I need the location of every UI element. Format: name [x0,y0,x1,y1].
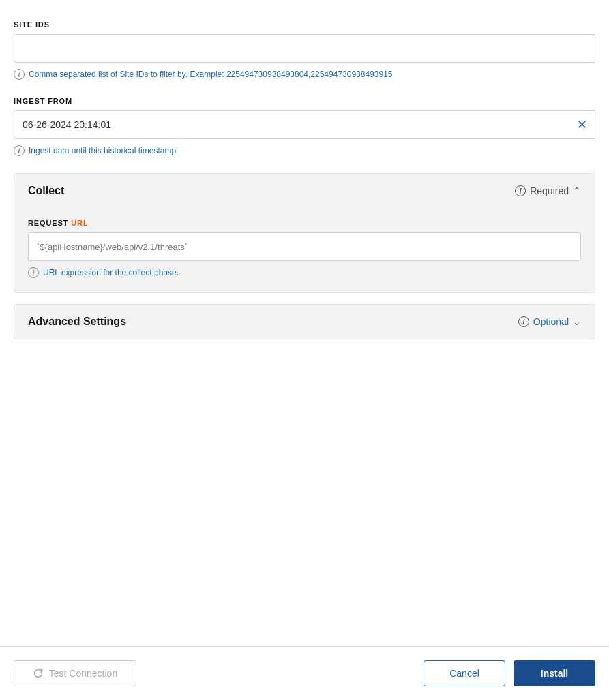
collect-header-right: i Required ⌃ [515,185,581,196]
advanced-settings-chevron-icon[interactable]: ⌄ [573,316,581,327]
ingest-from-section: INGEST FROM ✕ i Ingest data until this h… [14,97,595,157]
main-content: SITE IDS i Comma separated list of Site … [0,0,609,646]
test-connection-button[interactable]: Test Connection [14,660,136,686]
collect-title: Collect [28,185,64,197]
footer-right: Cancel Install [424,660,595,686]
site-ids-input[interactable] [14,34,595,63]
collect-section: Collect i Required ⌃ REQUEST URL i URL e… [14,173,595,293]
collect-section-body: REQUEST URL i URL expression for the col… [14,208,595,292]
install-button[interactable]: Install [514,660,595,686]
advanced-settings-header-right: i Optional ⌄ [518,316,581,327]
footer-left: Test Connection [14,660,136,686]
advanced-settings-optional-label: Optional [533,316,569,327]
advanced-settings-info-icon: i [518,316,529,327]
cancel-button[interactable]: Cancel [424,660,505,686]
request-url-label-part2: URL [71,219,88,227]
url-info-icon: i [28,267,39,278]
advanced-settings-title: Advanced Settings [28,316,126,328]
site-ids-info-icon: i [14,69,25,80]
test-connection-label: Test Connection [49,668,117,679]
site-ids-section: SITE IDS i Comma separated list of Site … [14,20,595,80]
clear-ingest-icon[interactable]: ✕ [577,119,587,131]
collect-section-header: Collect i Required ⌃ [14,174,595,208]
request-url-label-part1: REQUEST [28,219,71,227]
ingest-from-helper-text: Ingest data until this historical timest… [29,144,178,157]
page-container: SITE IDS i Comma separated list of Site … [0,0,609,700]
refresh-icon [33,668,44,679]
url-helper: i URL expression for the collect phase. [28,267,581,279]
advanced-settings-section: Advanced Settings i Optional ⌄ [14,304,595,339]
site-ids-label: SITE IDS [14,20,595,29]
ingest-from-helper: i Ingest data until this historical time… [14,144,595,157]
site-ids-helper: i Comma separated list of Site IDs to fi… [14,68,595,80]
collect-info-icon: i [515,185,526,196]
ingest-from-input[interactable] [14,110,595,139]
collect-required-label: Required [530,185,569,196]
ingest-from-input-wrapper: ✕ [14,110,595,139]
collect-chevron-icon[interactable]: ⌃ [573,185,581,196]
ingest-from-label: INGEST FROM [14,97,595,105]
footer: Test Connection Cancel Install [0,646,609,700]
advanced-settings-header[interactable]: Advanced Settings i Optional ⌄ [14,305,595,339]
request-url-input[interactable] [28,232,581,261]
request-url-label: REQUEST URL [28,219,581,227]
site-ids-helper-text: Comma separated list of Site IDs to filt… [29,68,392,80]
url-helper-text: URL expression for the collect phase. [43,267,179,279]
ingest-from-info-icon: i [14,145,25,156]
